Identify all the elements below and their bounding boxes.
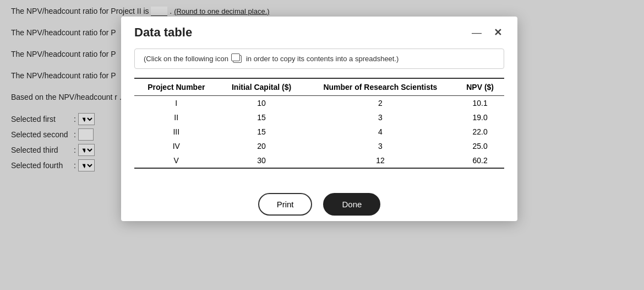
copy-icon[interactable]	[233, 55, 242, 63]
table-header-row: Project Number Initial Capital ($) Numbe…	[134, 78, 504, 96]
cell-capital: 20	[219, 139, 305, 153]
modal-title: Data table	[134, 25, 192, 40]
print-button[interactable]: Print	[258, 193, 313, 216]
col-initial-capital: Initial Capital ($)	[219, 78, 305, 96]
col-project-number: Project Number	[134, 78, 219, 96]
modal-controls: — ✕	[468, 25, 504, 40]
cell-npv: 10.1	[456, 96, 504, 111]
cell-scientists: 3	[305, 139, 456, 153]
col-scientists: Number of Research Scientists	[305, 78, 456, 96]
cell-npv: 19.0	[456, 110, 504, 125]
table-row: IV20325.0	[134, 139, 504, 153]
cell-scientists: 2	[305, 96, 456, 111]
cell-scientists: 12	[305, 153, 456, 168]
cell-project: IV	[134, 139, 219, 153]
cell-project: I	[134, 96, 219, 111]
close-button[interactable]: ✕	[492, 25, 504, 40]
done-button[interactable]: Done	[323, 193, 380, 216]
minimize-button[interactable]: —	[468, 26, 485, 39]
col-npv: NPV ($)	[456, 78, 504, 96]
data-table: Project Number Initial Capital ($) Numbe…	[134, 78, 504, 169]
copy-note-suffix: in order to copy its contents into a spr…	[246, 55, 399, 63]
table-row: II15319.0	[134, 110, 504, 125]
modal-dialog: Data table — ✕ (Click on the following i…	[121, 17, 517, 221]
cell-npv: 22.0	[456, 125, 504, 139]
table-row: III15422.0	[134, 125, 504, 139]
modal-footer: Print Done	[121, 182, 517, 221]
modal-header: Data table — ✕	[121, 17, 517, 44]
copy-note: (Click on the following icon in order to…	[134, 49, 504, 69]
copy-note-text: (Click on the following icon	[144, 55, 228, 63]
cell-capital: 10	[219, 96, 305, 111]
cell-capital: 15	[219, 110, 305, 125]
modal-body: (Click on the following icon in order to…	[121, 44, 517, 182]
cell-npv: 60.2	[456, 153, 504, 168]
table-row: I10210.1	[134, 96, 504, 111]
table-row: V301260.2	[134, 153, 504, 168]
cell-npv: 25.0	[456, 139, 504, 153]
cell-project: II	[134, 110, 219, 125]
cell-capital: 15	[219, 125, 305, 139]
cell-scientists: 4	[305, 125, 456, 139]
cell-capital: 30	[219, 153, 305, 168]
cell-scientists: 3	[305, 110, 456, 125]
cell-project: III	[134, 125, 219, 139]
cell-project: V	[134, 153, 219, 168]
